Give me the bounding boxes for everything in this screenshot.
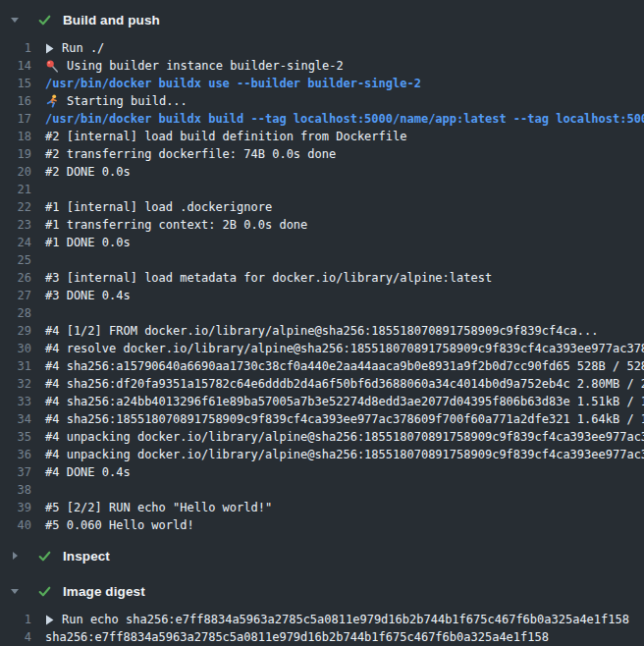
line-text: #5 0.060 Hello world! — [45, 516, 194, 534]
line-text: #4 resolve docker.io/library/alpine@sha2… — [45, 340, 644, 357]
line-text: /usr/bin/docker buildx use --builder bui… — [45, 75, 421, 92]
line-content: #4 [1/2] FROM docker.io/library/alpine@s… — [31, 322, 599, 340]
line-text: #4 DONE 0.4s — [45, 463, 131, 481]
line-content: #1 DONE 0.0s — [31, 234, 131, 251]
line-content — [31, 181, 45, 198]
line-number[interactable]: 16 — [0, 92, 31, 110]
line-number[interactable]: 37 — [0, 463, 31, 481]
log-line: 28 — [0, 304, 644, 322]
line-content: #2 transferring dockerfile: 74B 0.0s don… — [31, 145, 336, 163]
line-number[interactable]: 1 — [0, 611, 31, 628]
line-text: #4 sha256:185518070891758909c9f839cf4ca3… — [45, 410, 644, 428]
line-number[interactable]: 36 — [0, 446, 31, 463]
line-content: #4 resolve docker.io/library/alpine@sha2… — [31, 340, 644, 357]
line-number[interactable]: 20 — [0, 163, 31, 181]
chevron-box — [10, 586, 37, 596]
line-number[interactable]: 24 — [0, 234, 31, 251]
check-icon — [37, 549, 52, 564]
line-content: #3 DONE 0.4s — [31, 287, 131, 304]
chevron-box — [10, 15, 37, 25]
chevron-down-icon — [10, 586, 20, 596]
line-content: #4 unpacking docker.io/library/alpine@sh… — [31, 446, 644, 463]
log-line: 25 — [0, 251, 644, 269]
log-line: 15/usr/bin/docker buildx use --builder b… — [0, 75, 644, 92]
line-number[interactable]: 22 — [0, 198, 31, 216]
line-number[interactable]: 19 — [0, 145, 31, 163]
line-content: #5 0.060 Hello world! — [31, 516, 194, 534]
line-number[interactable]: 26 — [0, 269, 31, 287]
line-number[interactable]: 1 — [0, 39, 31, 57]
section-header-inspect[interactable]: Inspect — [0, 542, 644, 569]
line-number[interactable]: 34 — [0, 410, 31, 428]
line-number[interactable]: 14 — [0, 57, 31, 75]
line-text: #3 [internal] load metadata for docker.i… — [45, 269, 492, 287]
workflow-log: Build and push1Run ./14Using builder ins… — [0, 0, 644, 646]
line-number[interactable]: 4 — [0, 628, 31, 646]
line-text: #1 [internal] load .dockerignore — [45, 198, 272, 216]
line-number[interactable]: 38 — [0, 481, 31, 499]
line-content: #4 sha256:a15790640a6690aa1730c38cf0a440… — [31, 357, 644, 375]
line-content: #4 DONE 0.4s — [31, 463, 131, 481]
line-text: #4 sha256:a24bb4013296f61e89ba57005a7b3e… — [45, 393, 644, 410]
line-text: #4 unpacking docker.io/library/alpine@sh… — [45, 446, 644, 463]
section-header-build-and-push[interactable]: Build and push — [0, 6, 644, 33]
line-text: Starting build... — [67, 92, 188, 110]
status-box — [37, 584, 63, 599]
line-text: #4 sha256:df20fa9351a15782c64e6dddb2d4a6… — [45, 375, 644, 393]
line-number[interactable]: 30 — [0, 340, 31, 357]
log-line: 1Run ./ — [0, 39, 644, 57]
line-number[interactable]: 23 — [0, 216, 31, 234]
line-text: #5 [2/2] RUN echo "Hello world!" — [45, 499, 272, 516]
line-number[interactable]: 39 — [0, 499, 31, 516]
line-content: #4 sha256:a24bb4013296f61e89ba57005a7b3e… — [31, 393, 644, 410]
line-number[interactable]: 27 — [0, 287, 31, 304]
line-content: #4 sha256:185518070891758909c9f839cf4ca3… — [31, 410, 644, 428]
line-number[interactable]: 25 — [0, 251, 31, 269]
log-line: 4sha256:e7ff8834a5963a2785c5a0811e979d16… — [0, 628, 644, 646]
log-line: 21 — [0, 181, 644, 198]
line-content: #1 transferring context: 2B 0.0s done — [31, 216, 307, 234]
line-content: Run ./ — [31, 39, 104, 57]
log-line: 20#2 DONE 0.0s — [0, 163, 644, 181]
line-number[interactable]: 40 — [0, 516, 31, 534]
line-text: #1 DONE 0.0s — [45, 234, 131, 251]
line-number[interactable]: 32 — [0, 375, 31, 393]
section-title: Build and push — [63, 13, 160, 27]
play-icon[interactable] — [45, 43, 54, 54]
line-number[interactable]: 21 — [0, 181, 31, 198]
log-line: 31#4 sha256:a15790640a6690aa1730c38cf0a4… — [0, 357, 644, 375]
log-line: 29#4 [1/2] FROM docker.io/library/alpine… — [0, 322, 644, 340]
log-line: 30#4 resolve docker.io/library/alpine@sh… — [0, 340, 644, 357]
line-text: Using builder instance builder-single-2 — [67, 57, 344, 75]
section-header-image-digest[interactable]: Image digest — [0, 577, 644, 605]
line-content — [31, 481, 45, 499]
line-number[interactable]: 15 — [0, 75, 31, 92]
line-text: #1 transferring context: 2B 0.0s done — [45, 216, 307, 234]
line-text: #2 [internal] load build definition from… — [45, 128, 406, 145]
chevron-down-icon — [10, 15, 20, 25]
log-line: 38 — [0, 481, 644, 499]
log-line: 26#3 [internal] load metadata for docker… — [0, 269, 644, 287]
line-text: #2 DONE 0.0s — [45, 163, 131, 181]
line-content: Starting build... — [31, 92, 188, 110]
runner-icon — [45, 94, 59, 108]
log-line: 16Starting build... — [0, 92, 644, 110]
line-number[interactable]: 18 — [0, 128, 31, 145]
line-number[interactable]: 17 — [0, 110, 31, 128]
status-box — [37, 549, 63, 564]
line-number[interactable]: 28 — [0, 304, 31, 322]
line-content: #2 [internal] load build definition from… — [31, 128, 406, 145]
line-text: #4 sha256:a15790640a6690aa1730c38cf0a440… — [45, 357, 644, 375]
line-number[interactable]: 29 — [0, 322, 31, 340]
play-icon[interactable] — [45, 615, 54, 625]
log-lines-build-and-push: 1Run ./14Using builder instance builder-… — [0, 39, 644, 534]
section-title: Image digest — [63, 584, 145, 599]
line-text: #4 [1/2] FROM docker.io/library/alpine@s… — [45, 322, 599, 340]
line-number[interactable]: 35 — [0, 428, 31, 446]
log-line: 19#2 transferring dockerfile: 74B 0.0s d… — [0, 145, 644, 163]
line-number[interactable]: 33 — [0, 393, 31, 410]
log-line: 23#1 transferring context: 2B 0.0s done — [0, 216, 644, 234]
check-icon — [37, 13, 52, 27]
log-line: 27#3 DONE 0.4s — [0, 287, 644, 304]
line-number[interactable]: 31 — [0, 357, 31, 375]
